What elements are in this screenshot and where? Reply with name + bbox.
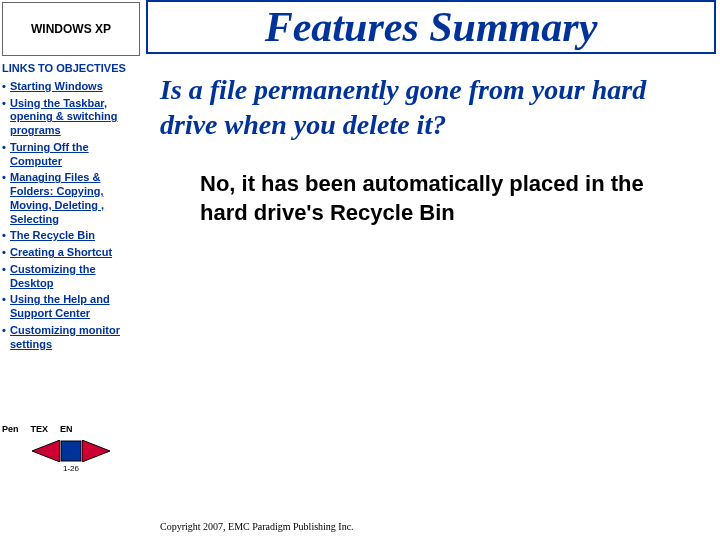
svg-marker-0 — [32, 440, 60, 462]
stop-icon[interactable] — [60, 440, 82, 462]
answer-text: No, it has been automatically placed in … — [200, 170, 680, 227]
sidebar-item[interactable]: Customizing monitor settings — [2, 324, 140, 352]
sidebar-item[interactable]: Using the Help and Support Center — [2, 293, 140, 321]
sidebar-link[interactable]: Customizing the Desktop — [10, 263, 96, 289]
objectives-list: Starting Windows Using the Taskbar, open… — [2, 80, 140, 352]
sidebar-link[interactable]: Turning Off the Computer — [10, 141, 89, 167]
tex-label: TEX — [31, 424, 49, 434]
lang-label: EN — [60, 424, 73, 434]
page-title: Features Summary — [265, 3, 598, 51]
next-icon[interactable] — [82, 440, 110, 462]
sidebar-item[interactable]: Creating a Shortcut — [2, 246, 140, 260]
sidebar-item[interactable]: Using the Taskbar, opening & switching p… — [2, 97, 140, 138]
question-text: Is a file permanently gone from your har… — [160, 72, 710, 142]
overlay-tools: Pen TEX EN 1-26 — [2, 424, 140, 473]
sidebar-link[interactable]: Starting Windows — [10, 80, 103, 92]
prev-icon[interactable] — [32, 440, 60, 462]
sidebar-link[interactable]: Using the Taskbar, opening & switching p… — [10, 97, 118, 137]
sidebar-item[interactable]: The Recycle Bin — [2, 229, 140, 243]
objectives-heading: LINKS TO OBJECTIVES — [2, 62, 140, 76]
svg-marker-2 — [82, 440, 110, 462]
pen-label: Pen — [2, 424, 19, 434]
sidebar-item[interactable]: Starting Windows — [2, 80, 140, 94]
sidebar-link[interactable]: The Recycle Bin — [10, 229, 95, 241]
sidebar-item[interactable]: Managing Files & Folders: Copying, Movin… — [2, 171, 140, 226]
sidebar-link[interactable]: Using the Help and Support Center — [10, 293, 110, 319]
sidebar-item[interactable]: Turning Off the Computer — [2, 141, 140, 169]
sidebar-link[interactable]: Creating a Shortcut — [10, 246, 112, 258]
nav-controls — [2, 440, 140, 462]
svg-rect-1 — [61, 441, 81, 461]
sidebar-link[interactable]: Managing Files & Folders: Copying, Movin… — [10, 171, 104, 224]
slide: WINDOWS XP LINKS TO OBJECTIVES Starting … — [0, 0, 720, 540]
title-box: Features Summary — [146, 0, 716, 54]
sidebar-title: WINDOWS XP — [2, 2, 140, 56]
sidebar-item[interactable]: Customizing the Desktop — [2, 263, 140, 291]
sidebar-link[interactable]: Customizing monitor settings — [10, 324, 120, 350]
page-number: 1-26 — [2, 464, 140, 473]
copyright: Copyright 2007, EMC Paradigm Publishing … — [160, 521, 354, 532]
